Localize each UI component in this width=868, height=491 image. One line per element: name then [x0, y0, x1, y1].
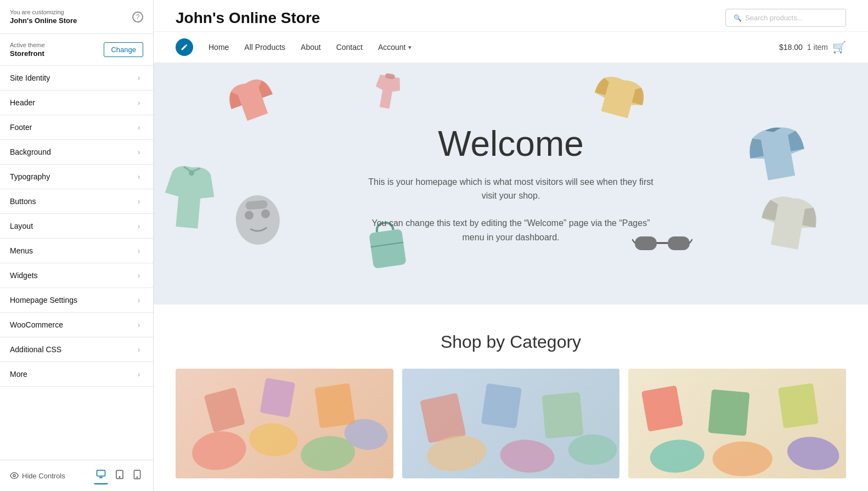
sidebar-menu: Site Identity › Header › Footer › Backgr… [0, 66, 153, 460]
nav-contact[interactable]: Contact [336, 43, 363, 52]
chevron-right-icon: › [134, 296, 143, 304]
store-header: John's Online Store 🔍 Search products... [154, 0, 868, 32]
svg-rect-25 [204, 387, 245, 432]
sidebar-item-background[interactable]: Background › [0, 140, 153, 165]
chevron-right-icon: › [134, 197, 143, 206]
sidebar-item-label: Homepage Settings [10, 296, 77, 304]
sidebar-item-menus[interactable]: Menus › [0, 239, 153, 263]
nav-bar: Home All Products About Contact Account … [154, 32, 868, 63]
shop-by-category-section: Shop by Category [154, 304, 868, 491]
active-theme-section: Active theme Storefront Change [0, 34, 153, 66]
hero-desc-2: You can change this text by editing the … [368, 216, 653, 244]
sidebar-item-label: Background [10, 148, 51, 156]
chevron-right-icon: › [134, 123, 143, 132]
chevron-right-icon: › [134, 172, 143, 181]
cart-area[interactable]: $18.00 1 item 🛒 [779, 41, 846, 54]
category-card-1[interactable] [176, 369, 393, 478]
cart-items-count: 1 item [807, 43, 828, 52]
chevron-right-icon: › [134, 271, 143, 280]
svg-point-21 [189, 427, 249, 475]
sidebar-item-label: Typography [10, 172, 50, 181]
clothing-decoration-6 [228, 190, 288, 252]
hide-controls-label: Hide Controls [22, 472, 65, 480]
sidebar-item-additional-css[interactable]: Additional CSS › [0, 337, 153, 362]
sidebar-site-name: John's Online Store [10, 16, 77, 25]
cart-icon[interactable]: 🛒 [832, 41, 846, 54]
active-theme-label: Active theme [10, 42, 45, 48]
svg-line-20 [690, 239, 692, 243]
chevron-right-icon: › [134, 74, 143, 82]
chevron-right-icon: › [134, 222, 143, 230]
hero-content: Welcome This is your homepage which is w… [346, 91, 675, 277]
help-icon[interactable]: ? [132, 12, 143, 22]
view-controls [94, 467, 143, 484]
sidebar-item-typography[interactable]: Typography › [0, 165, 153, 189]
sidebar-item-buttons[interactable]: Buttons › [0, 189, 153, 214]
chevron-right-icon: › [134, 148, 143, 156]
sidebar-item-header[interactable]: Header › [0, 91, 153, 115]
hide-controls-button[interactable]: Hide Controls [10, 471, 65, 480]
preview-area: John's Online Store 🔍 Search products...… [154, 0, 868, 491]
search-icon: 🔍 [734, 14, 742, 22]
mobile-icon [133, 470, 141, 479]
svg-point-39 [785, 433, 842, 473]
clothing-decoration-5 [156, 159, 222, 238]
category-card-3[interactable] [628, 369, 846, 478]
sidebar-item-layout[interactable]: Layout › [0, 214, 153, 239]
svg-point-22 [247, 421, 299, 458]
desktop-icon [96, 469, 106, 479]
sidebar-item-label: Footer [10, 123, 32, 132]
cart-price: $18.00 [779, 43, 803, 52]
search-placeholder: Search products... [745, 14, 803, 22]
svg-rect-26 [260, 378, 295, 418]
desktop-view-button[interactable] [94, 467, 108, 484]
customizing-label: You are customizing [10, 9, 77, 15]
customizing-info: You are customizing John's Online Store [10, 9, 77, 25]
sidebar-footer: Hide Controls [0, 460, 153, 491]
nav-all-products[interactable]: All Products [244, 43, 285, 52]
clothing-decoration-1 [217, 66, 288, 139]
svg-point-37 [649, 438, 706, 475]
category-card-2[interactable] [402, 369, 620, 478]
svg-rect-29 [481, 383, 521, 429]
active-theme-info: Active theme Storefront [10, 42, 45, 58]
sidebar-item-footer[interactable]: Footer › [0, 115, 153, 140]
svg-point-0 [13, 475, 15, 477]
nav-about[interactable]: About [301, 43, 321, 52]
chevron-right-icon: › [134, 246, 143, 255]
svg-rect-34 [641, 385, 683, 431]
svg-rect-30 [542, 392, 583, 439]
store-title: John's Online Store [176, 9, 320, 27]
svg-point-33 [568, 434, 617, 465]
edit-pencil-button[interactable] [176, 38, 193, 56]
search-box[interactable]: 🔍 Search products... [725, 9, 846, 27]
sidebar-top-bar: You are customizing John's Online Store … [0, 0, 153, 34]
sidebar-item-homepage-settings[interactable]: Homepage Settings › [0, 288, 153, 313]
category-grid [176, 369, 846, 478]
chevron-right-icon: › [134, 345, 143, 354]
sidebar-item-label: Layout [10, 222, 33, 230]
nav-account[interactable]: Account ▾ [378, 43, 412, 52]
tablet-view-button[interactable] [112, 467, 127, 484]
change-theme-button[interactable]: Change [104, 42, 143, 57]
hero-section: Welcome This is your homepage which is w… [154, 63, 868, 304]
sidebar-item-woocommerce[interactable]: WooCommerce › [0, 313, 153, 337]
nav-account-label[interactable]: Account [378, 43, 406, 52]
mobile-view-button[interactable] [131, 467, 143, 484]
shop-section-title: Shop by Category [176, 332, 846, 352]
sidebar-item-site-identity[interactable]: Site Identity › [0, 66, 153, 91]
chevron-right-icon: › [134, 320, 143, 329]
sidebar-item-widgets[interactable]: Widgets › [0, 263, 153, 288]
svg-point-38 [713, 442, 773, 476]
tablet-icon [115, 470, 125, 479]
sidebar-item-label: Buttons [10, 197, 36, 206]
sidebar-item-label: Menus [10, 246, 33, 255]
nav-home[interactable]: Home [208, 43, 229, 52]
pencil-icon [181, 43, 188, 51]
sidebar-item-label: WooCommerce [10, 320, 63, 329]
hero-desc-1: This is your homepage which is what most… [368, 175, 653, 203]
sidebar-item-label: Additional CSS [10, 345, 61, 354]
sidebar-item-more[interactable]: More › [0, 362, 153, 387]
clothing-decoration-9 [747, 182, 830, 267]
svg-rect-36 [778, 383, 819, 428]
